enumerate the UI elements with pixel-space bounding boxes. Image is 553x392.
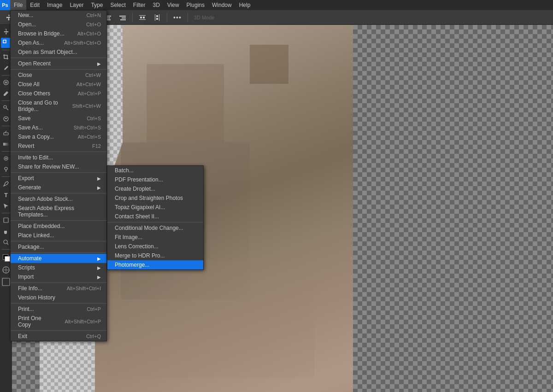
menu-view[interactable]: View: [164, 0, 183, 10]
hand-tool[interactable]: [1, 226, 11, 236]
toolbar-sep-3: [167, 13, 167, 22]
zoom-tool[interactable]: [1, 237, 11, 247]
svg-rect-32: [2, 278, 10, 286]
type-tool[interactable]: T: [1, 190, 11, 200]
automate-photomerge[interactable]: Photomerge...: [107, 260, 203, 269]
menu-search-stock[interactable]: Search Adobe Stock...: [11, 194, 106, 204]
svg-rect-10: [139, 19, 146, 20]
menu-window[interactable]: Window: [208, 0, 235, 10]
selection-tool[interactable]: [1, 38, 11, 48]
menu-file[interactable]: File: [10, 0, 26, 10]
menu-print[interactable]: Print...Ctrl+P: [11, 304, 106, 314]
dd-sep-5: [11, 193, 106, 193]
eraser-tool[interactable]: [1, 128, 11, 138]
menu-close-goto-bridge[interactable]: Close and Go to Bridge...Shift+Ctrl+W: [11, 98, 106, 114]
menu-help[interactable]: Help: [235, 0, 254, 10]
menu-import[interactable]: Import▶: [11, 272, 106, 281]
dd-sep-4: [11, 172, 106, 173]
automate-pdf[interactable]: PDF Presentation...: [107, 175, 203, 184]
menu-share-review[interactable]: Share for Review NEW...: [11, 162, 106, 171]
gradient-tool[interactable]: [1, 139, 11, 149]
brush-tool[interactable]: [1, 88, 11, 99]
automate-crop-straighten[interactable]: Crop and Straighten Photos: [107, 193, 203, 203]
menu-type[interactable]: Type: [87, 0, 106, 10]
svg-rect-14: [159, 14, 159, 21]
menu-browse-bridge[interactable]: Browse in Bridge...Alt+Ctrl+O: [11, 29, 106, 38]
menu-filter[interactable]: Filter: [129, 0, 149, 10]
dd-sep-10: [11, 303, 106, 304]
menu-select[interactable]: Select: [106, 0, 129, 10]
automate-conditional-mode[interactable]: Conditional Mode Change...: [107, 223, 203, 233]
menu-scripts[interactable]: Scripts▶: [11, 263, 106, 272]
menu-revert[interactable]: RevertF12: [11, 141, 106, 151]
eyedropper-tool[interactable]: [1, 63, 11, 73]
path-select-tool[interactable]: [1, 201, 11, 211]
menu-version-history[interactable]: Version History: [11, 293, 106, 302]
menu-open[interactable]: Open...Ctrl+O: [11, 20, 106, 29]
automate-topaz[interactable]: Topaz Gigapixel AI...: [107, 203, 203, 212]
tool-sep-4: [2, 126, 10, 126]
svg-rect-8: [120, 19, 126, 20]
clone-tool[interactable]: [1, 103, 11, 113]
automate-sep-1: [107, 222, 203, 222]
menu-new[interactable]: New...Ctrl+N: [11, 11, 106, 20]
menu-close-others[interactable]: Close OthersAlt+Ctrl+P: [11, 89, 106, 98]
menu-save-as[interactable]: Save As...Shift+Ctrl+S: [11, 123, 106, 132]
menu-3d[interactable]: 3D: [149, 0, 163, 10]
menu-file-info[interactable]: File Info...Alt+Shift+Ctrl+I: [11, 284, 106, 293]
automate-batch[interactable]: Batch...: [107, 166, 203, 175]
menu-close[interactable]: CloseCtrl+W: [11, 70, 106, 80]
menu-invite-edit[interactable]: Invite to Edit...: [11, 153, 106, 162]
menu-open-recent[interactable]: Open Recent▶: [11, 59, 106, 68]
menu-search-express[interactable]: Search Adobe Express Templates...: [11, 204, 106, 219]
menu-close-all[interactable]: Close AllAlt+Ctrl+W: [11, 80, 106, 89]
shape-tool[interactable]: [1, 215, 11, 225]
quick-mask-btn[interactable]: [1, 265, 11, 276]
move-tool[interactable]: [1, 27, 11, 37]
crop-tool[interactable]: [1, 52, 11, 62]
svg-point-29: [4, 240, 7, 244]
menu-open-smart[interactable]: Open as Smart Object...: [11, 47, 106, 57]
svg-rect-23: [3, 143, 9, 146]
menu-package[interactable]: Package...: [11, 242, 106, 252]
more-options-btn[interactable]: •••: [171, 12, 184, 23]
menu-place-linked[interactable]: Place Linked...: [11, 231, 106, 240]
menu-export[interactable]: Export▶: [11, 174, 106, 183]
menu-save-copy[interactable]: Save a Copy...Alt+Ctrl+S: [11, 132, 106, 141]
color-swatches[interactable]: [1, 252, 11, 263]
menu-plugins[interactable]: Plugins: [183, 0, 208, 10]
svg-point-21: [4, 105, 6, 108]
file-dropdown: New...Ctrl+N Open...Ctrl+O Browse in Bri…: [10, 10, 107, 341]
automate-droplet[interactable]: Create Droplet...: [107, 184, 203, 193]
menu-generate[interactable]: Generate▶: [11, 183, 106, 192]
svg-rect-6: [119, 16, 126, 17]
automate-contact-sheet[interactable]: Contact Sheet II...: [107, 212, 203, 221]
menu-print-one[interactable]: Print One CopyAlt+Shift+Ctrl+P: [11, 314, 106, 329]
tool-sep-8: [2, 249, 10, 250]
svg-rect-22: [4, 133, 8, 135]
3d-mode-btn[interactable]: 3D Mode: [191, 12, 218, 23]
menu-exit[interactable]: ExitCtrl+Q: [11, 332, 106, 341]
dd-sep-8: [11, 252, 106, 253]
menu-image[interactable]: Image: [43, 0, 66, 10]
pen-tool[interactable]: [1, 179, 11, 189]
screen-mode-btn[interactable]: [2, 278, 10, 287]
automate-merge-hdr[interactable]: Merge to HDR Pro...: [107, 251, 203, 260]
distribute-btn[interactable]: [136, 12, 149, 23]
blur-tool[interactable]: [1, 153, 11, 164]
dodge-tool[interactable]: [1, 164, 11, 175]
menu-edit[interactable]: Edit: [26, 0, 43, 10]
menu-save[interactable]: SaveCtrl+S: [11, 114, 106, 123]
menu-open-as[interactable]: Open As...Alt+Shift+Ctrl+O: [11, 38, 106, 47]
align-right-btn[interactable]: [116, 12, 129, 23]
menu-bar: Ps File Edit Image Layer Type Select Fil…: [0, 0, 553, 10]
heal-tool[interactable]: [1, 77, 11, 88]
menu-layer[interactable]: Layer: [66, 0, 87, 10]
menu-place-embedded[interactable]: Place Embedded...: [11, 222, 106, 231]
history-brush-tool[interactable]: [1, 114, 11, 124]
distribute-v-btn[interactable]: [151, 12, 164, 23]
menu-automate[interactable]: Automate▶: [11, 254, 106, 263]
automate-lens-correction[interactable]: Lens Correction...: [107, 242, 203, 251]
svg-point-25: [5, 158, 7, 159]
automate-fit-image[interactable]: Fit Image...: [107, 233, 203, 242]
